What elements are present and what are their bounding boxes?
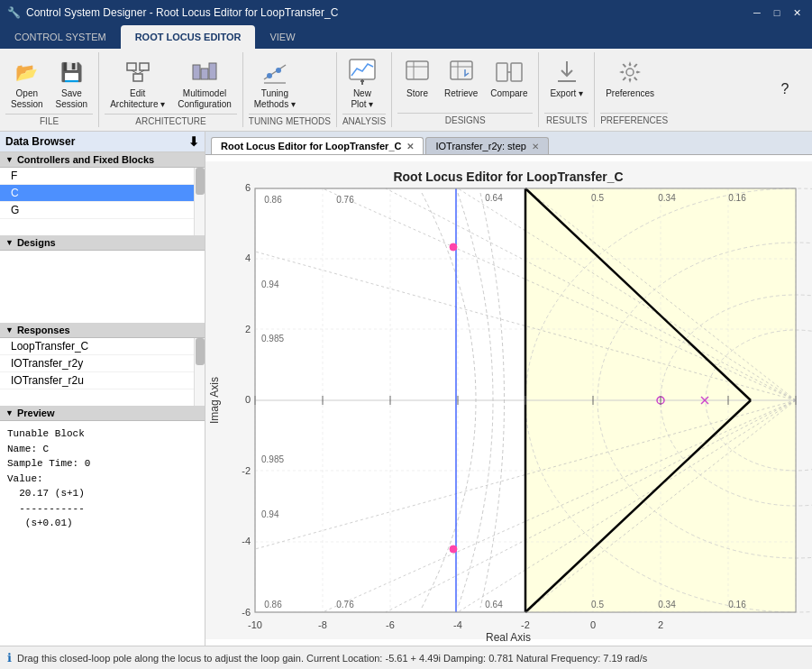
new-plot-label: NewPlot ▾ (351, 88, 373, 110)
tab-iotransfer-close[interactable]: ✕ (532, 142, 539, 151)
closed-loop-pole-upper[interactable] (450, 243, 457, 251)
open-icon: 📂 (13, 58, 41, 87)
file-buttons: 📂 OpenSession 💾 SaveSession (5, 54, 93, 114)
svg-rect-1 (140, 63, 149, 70)
tuning-section-label: TUNING METHODS (249, 114, 331, 126)
closed-loop-pole-lower[interactable] (450, 545, 457, 553)
controller-item-C[interactable]: C (0, 185, 205, 202)
y-label-minus4: -4 (242, 536, 251, 546)
preferences-button[interactable]: Preferences (600, 54, 660, 103)
save-icon: 💾 (57, 58, 86, 87)
svg-rect-2 (133, 74, 142, 81)
maximize-button[interactable]: □ (769, 5, 785, 21)
x-axis-label: Real Axis (486, 631, 531, 644)
edit-architecture-button[interactable]: EditArchitecture ▾ (105, 54, 170, 114)
multimodel-button[interactable]: MultimodelConfiguration (172, 54, 236, 114)
minimize-button[interactable]: ─ (749, 5, 765, 21)
results-buttons: Export ▾ (544, 54, 588, 113)
data-browser-header: Data Browser ⬇ (0, 132, 205, 152)
y-label-6: 6 (245, 182, 251, 193)
save-session-button[interactable]: 💾 SaveSession (50, 54, 94, 114)
svg-point-9 (267, 73, 272, 78)
document-tabs: Root Locus Editor for LoopTransfer_C ✕ I… (205, 132, 812, 155)
responses-scrollbar[interactable] (194, 338, 205, 406)
ribbon-tabs: CONTROL SYSTEM ROOT LOCUS EDITOR VIEW (0, 25, 812, 49)
ribbon-section-results: Export ▾ RESULTS (539, 52, 595, 127)
designs-section-label: DESIGNS (397, 113, 533, 125)
response-item-iotransfer-r2u[interactable]: IOTransfer_r2u (0, 372, 205, 389)
svg-rect-6 (201, 69, 208, 79)
damp-left-0985-lower: 0.985 (261, 454, 284, 464)
main-body: Data Browser ⬇ ▼ Controllers and Fixed B… (0, 132, 812, 646)
tab-root-locus[interactable]: Root Locus Editor for LoopTransfer_C ✕ (211, 137, 424, 154)
open-session-button[interactable]: 📂 OpenSession (5, 54, 49, 114)
title-controls[interactable]: ─ □ ✕ (749, 5, 805, 21)
responses-label: Responses (17, 325, 70, 335)
controller-item-F[interactable]: F (0, 168, 205, 185)
y-label-4: 4 (245, 252, 251, 263)
svg-point-25 (626, 69, 634, 76)
tab-control-system[interactable]: CONTROL SYSTEM (0, 25, 121, 49)
preview-section-header[interactable]: ▼ Preview (0, 406, 205, 421)
svg-rect-7 (209, 63, 216, 79)
damp-label-top-034: 0.34 (658, 193, 676, 203)
retrieve-label: Retrieve (444, 88, 478, 99)
damp-label-bot-034: 0.34 (658, 600, 676, 609)
responses-arrow: ▼ (5, 325, 14, 334)
edit-arch-label: EditArchitecture ▾ (110, 88, 165, 110)
ribbon-section-architecture: EditArchitecture ▾ MultimodelConfigurati… (99, 52, 243, 127)
export-label: Export ▾ (550, 88, 583, 99)
responses-list: LoopTransfer_C IOTransfer_r2y IOTransfer… (0, 338, 205, 389)
file-section-label: FILE (5, 114, 93, 126)
help-button[interactable]: ? (765, 71, 805, 109)
response-item-iotransfer-r2y[interactable]: IOTransfer_r2y (0, 355, 205, 372)
svg-rect-18 (451, 61, 472, 79)
retrieve-button[interactable]: Retrieve (439, 54, 483, 103)
data-browser-icon: ⬇ (188, 134, 199, 149)
ribbon-section-preferences: Preferences PREFERENCES (595, 52, 673, 127)
svg-rect-0 (127, 63, 136, 70)
tab-root-locus-editor[interactable]: ROOT LOCUS EDITOR (121, 25, 256, 49)
ribbon: 📂 OpenSession 💾 SaveSession FILE (0, 49, 812, 132)
app-icon: 🔧 (7, 6, 21, 19)
close-button[interactable]: ✕ (789, 5, 805, 21)
damp-label-bot-076: 0.76 (336, 600, 354, 609)
response-item-looptransfer[interactable]: LoopTransfer_C (0, 338, 205, 355)
x-label-plus2: 2 (658, 619, 663, 630)
tab-view[interactable]: VIEW (255, 25, 309, 49)
analysis-buttons: NewPlot ▾ (342, 54, 386, 114)
controllers-scrollbar[interactable] (194, 168, 205, 235)
controller-item-G[interactable]: G (0, 202, 205, 219)
damp-label-bot-064: 0.64 (485, 600, 503, 609)
preferences-icon (616, 58, 644, 87)
preferences-buttons: Preferences (600, 54, 668, 113)
svg-rect-12 (350, 60, 375, 79)
plot-area[interactable]: Root Locus Editor for LoopTransfer_C (205, 155, 812, 646)
app-title: Control System Designer - Root Locus Edi… (26, 6, 338, 19)
preferences-label: Preferences (606, 88, 654, 99)
svg-rect-5 (193, 65, 200, 79)
controllers-section-header[interactable]: ▼ Controllers and Fixed Blocks (0, 152, 205, 168)
preview-arrow: ▼ (5, 408, 14, 417)
controllers-list: F C G (0, 168, 205, 219)
x-label-minus10: -10 (248, 619, 262, 630)
damp-label-top-064: 0.64 (485, 193, 503, 203)
tuning-methods-button[interactable]: TuningMethods ▾ (249, 54, 301, 114)
tuning-buttons: TuningMethods ▾ (249, 54, 331, 114)
export-button[interactable]: Export ▾ (544, 54, 588, 103)
tab-root-locus-close[interactable]: ✕ (406, 142, 414, 151)
store-button[interactable]: Store (397, 54, 437, 103)
controllers-label: Controllers and Fixed Blocks (17, 154, 154, 165)
export-icon (552, 58, 581, 87)
svg-rect-15 (406, 61, 428, 79)
designs-section-header[interactable]: ▼ Designs (0, 235, 205, 251)
compare-button[interactable]: Compare (485, 54, 533, 103)
damp-label-top-05: 0.5 (591, 193, 604, 203)
responses-section-header[interactable]: ▼ Responses (0, 323, 205, 338)
tab-iotransfer[interactable]: IOTransfer_r2y: step ✕ (425, 137, 548, 154)
damp-label-top-076: 0.76 (336, 195, 354, 205)
svg-rect-22 (511, 63, 522, 81)
root-locus-plot[interactable]: Root Locus Editor for LoopTransfer_C (205, 155, 812, 646)
damp-left-094-lower: 0.94 (261, 509, 279, 519)
new-plot-button[interactable]: NewPlot ▾ (342, 54, 382, 114)
